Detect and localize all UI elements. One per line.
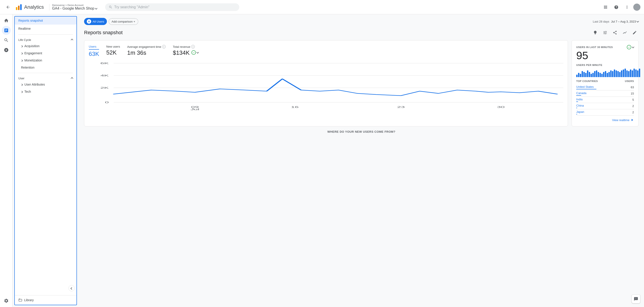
tech-chevron-icon: [21, 90, 22, 93]
acquisition-chevron-icon: [21, 44, 22, 48]
share-button[interactable]: [611, 28, 619, 37]
country-name[interactable]: Japan: [576, 110, 584, 114]
lifecycle-section-header[interactable]: Life Cycle: [15, 36, 76, 42]
explore-icon-btn[interactable]: [2, 36, 11, 45]
search-input[interactable]: [114, 5, 236, 9]
sidebar-item-tech[interactable]: Tech: [15, 88, 76, 95]
metric-engagement[interactable]: Average engagement time i 1m 36s: [127, 45, 166, 56]
app-title: Analytics: [24, 4, 44, 10]
help-button[interactable]: [612, 3, 621, 12]
analytics-button[interactable]: [621, 28, 629, 37]
more-button[interactable]: [622, 3, 632, 12]
country-name[interactable]: Canada: [576, 91, 586, 96]
mini-bar-item: [616, 70, 617, 77]
users-value: 63K: [89, 50, 99, 57]
lightbulb-button[interactable]: [591, 28, 599, 37]
country-name[interactable]: India: [576, 98, 582, 102]
sidebar-item-monetization[interactable]: Monetization: [15, 57, 76, 64]
countries-list: United States 63 Canada 15 India 5 China…: [576, 84, 634, 115]
settings-icon-btn[interactable]: [2, 296, 11, 305]
realtime-check-icon[interactable]: [627, 45, 631, 49]
country-name[interactable]: United States: [576, 85, 596, 89]
bottom-section: WHERE DO YOUR NEW USERS COME FROM?: [84, 130, 639, 133]
revenue-actions: [192, 50, 198, 55]
feedback-icon: [634, 297, 638, 301]
engagement-info-icon[interactable]: i: [162, 45, 166, 48]
mini-bar-item: [589, 72, 590, 77]
sidebar-library[interactable]: Library: [15, 295, 76, 305]
country-row: United States 63: [576, 84, 634, 90]
account-name[interactable]: GA4 - Google Merch Shop: [52, 6, 97, 10]
sidebar-item-reports-snapshot[interactable]: Reports snapshot: [15, 16, 76, 24]
mini-bar-item: [634, 69, 635, 77]
monetization-chevron-icon: [21, 58, 22, 62]
country-name[interactable]: China: [576, 104, 584, 108]
users-label: Users: [89, 45, 99, 50]
country-row: Canada 15: [576, 90, 634, 97]
cards-row: Users 63K New users 52K Average engageme…: [84, 40, 639, 126]
add-comparison-button[interactable]: Add comparison +: [109, 18, 138, 25]
mini-bar-item: [612, 71, 613, 77]
avatar[interactable]: [633, 3, 640, 11]
apps-button[interactable]: [601, 3, 610, 12]
svg-text:16: 16: [291, 106, 298, 108]
mini-bar-item: [590, 74, 592, 77]
date-chevron-down-icon: [637, 20, 639, 23]
revenue-info-icon[interactable]: i: [191, 45, 195, 48]
mini-bar-item: [607, 73, 608, 77]
search-wrapper[interactable]: [105, 3, 239, 11]
engagement-label: Average engagement time i: [127, 45, 166, 48]
sidebar-item-engagement[interactable]: Engagement: [15, 50, 76, 57]
logo-area: Analytics: [15, 3, 44, 11]
date-range-value: Jul 7 – Aug 3, 2023: [611, 20, 636, 23]
svg-rect-1: [18, 5, 20, 10]
countries-section: TOP COUNTRIES USERS United States 63 Can…: [576, 80, 634, 122]
back-button[interactable]: [4, 3, 12, 12]
customize-button[interactable]: [601, 28, 609, 37]
main-content: A All Users Add comparison + Last 28 day…: [79, 14, 644, 307]
sidebar-item-realtime[interactable]: Realtime: [15, 24, 76, 33]
home-icon-btn[interactable]: [2, 16, 11, 25]
user-attr-chevron-icon: [21, 83, 22, 86]
mini-bar-item: [582, 71, 583, 77]
mini-bar-item: [594, 71, 596, 77]
mini-bar-item: [608, 72, 610, 77]
country-bar: [576, 101, 578, 102]
metric-users[interactable]: Users 63K: [89, 45, 99, 57]
realtime-count: 95: [576, 50, 634, 61]
svg-rect-0: [16, 7, 17, 10]
mini-bar-item: [598, 72, 599, 77]
country-users: 15: [631, 92, 634, 95]
revenue-check-icon[interactable]: [192, 50, 196, 55]
all-users-label: All Users: [92, 20, 104, 23]
lifecycle-collapse-icon: [71, 38, 73, 41]
reports-icon-btn[interactable]: [2, 26, 11, 35]
mini-bar-item: [576, 75, 578, 77]
date-range-selector[interactable]: Last 28 days Jul 7 – Aug 3, 2023: [593, 20, 639, 23]
user-section-header[interactable]: User: [15, 75, 76, 81]
svg-text:4K: 4K: [100, 74, 109, 77]
all-users-badge[interactable]: A All Users: [84, 18, 107, 25]
library-label: Library: [24, 298, 34, 302]
sidebar-item-acquisition[interactable]: Acquisition: [15, 42, 76, 50]
feedback-button[interactable]: [632, 295, 640, 304]
advertising-icon-btn[interactable]: [2, 45, 11, 54]
country-users: 5: [632, 98, 634, 101]
view-realtime-link[interactable]: View realtime: [576, 118, 634, 122]
edit-button[interactable]: [630, 28, 639, 37]
revenue-dropdown-icon[interactable]: [197, 51, 198, 54]
header-actions: [601, 3, 640, 12]
sidebar-item-user-attributes[interactable]: User Attributes: [15, 81, 76, 88]
search-bar: [105, 3, 239, 11]
app-layout: Reports snapshot Realtime Life Cycle Acq…: [0, 14, 644, 307]
country-bar: [576, 108, 577, 108]
report-actions: [591, 28, 639, 37]
sidebar-item-retention[interactable]: Retention: [15, 64, 76, 71]
sidebar-collapse-button[interactable]: [68, 285, 75, 291]
metric-revenue[interactable]: Total revenue i $134K: [173, 45, 198, 56]
realtime-dropdown-icon[interactable]: [632, 45, 634, 49]
engagement-chevron-icon: [21, 51, 22, 55]
metric-new-users[interactable]: New users 52K: [106, 45, 120, 56]
arrow-right-icon: [630, 118, 634, 122]
account-breadcrumb: Demoverse > Demo Account GA4 - Google Me…: [49, 4, 97, 10]
